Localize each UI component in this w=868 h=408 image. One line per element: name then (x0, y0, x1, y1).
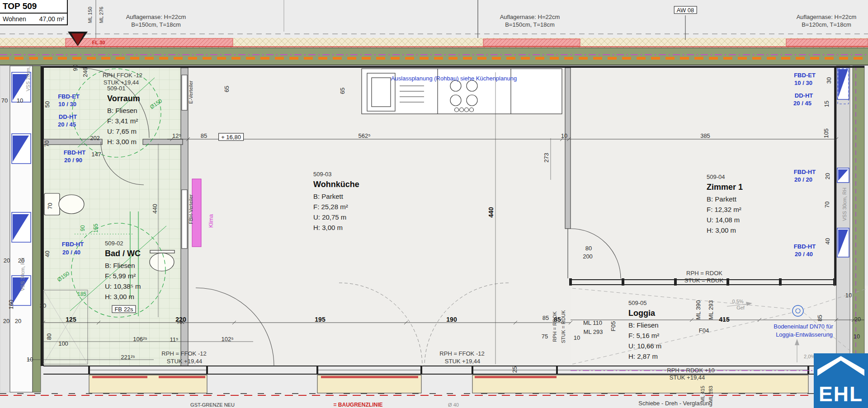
e-verteiler-box (182, 75, 187, 110)
room-area: F: 5,99 m² (105, 271, 141, 281)
room-label-wohnkueche: 509-03 Wohnküche B: Parkett F: 25,28 m² … (313, 171, 359, 233)
unit-area-value: 47,00 m² (39, 15, 64, 23)
toilet-icon (44, 193, 60, 215)
room-name: Zimmer 1 (707, 183, 743, 192)
room-label-zimmer1: 509-04 Zimmer 1 B: Parkett F: 12,32 m² U… (707, 174, 743, 235)
room-name: Loggia (628, 309, 661, 318)
room-label-loggia: 509-05 Loggia B: Fliesen F: 5,16 m² U: 1… (628, 300, 661, 361)
room-name: Vorraum (107, 94, 140, 103)
room-height: H: 3,00 m (707, 225, 743, 235)
room-area: F: 5,16 m² (628, 330, 661, 341)
kitchen-unit (362, 69, 562, 114)
room-floor: B: Fliesen (105, 260, 141, 271)
room-height: H: 3,00 m (313, 222, 359, 233)
room-number: 509-03 (313, 171, 359, 178)
room-height: H: 3,00 m (105, 291, 141, 302)
washbasin-icon (150, 253, 174, 271)
unit-title: TOP 509 (0, 0, 67, 14)
fbh-verteiler-box (182, 190, 187, 249)
room-number: 509-02 (105, 240, 141, 247)
klima-unit (192, 179, 201, 247)
room-height: H: 3,00 m (107, 136, 140, 147)
room-perimeter: U: 10,38⁵ m (105, 281, 141, 291)
room-height: H: 2,87 m (628, 351, 661, 361)
room-name: Bad / WC (105, 249, 141, 258)
room-label-vorraum: 509-01 Vorraum B: Fliesen F: 3,41 m² U: … (107, 85, 140, 147)
left-wall (0, 66, 44, 392)
room-perimeter: U: 14,08 m (707, 215, 743, 225)
room-floor: B: Parkett (707, 194, 743, 204)
right-wall (834, 66, 864, 392)
room-area: F: 3,41 m² (107, 116, 140, 126)
floorplan-page: ML 150ML 276Auflagernase: H=22cmB=150cm,… (0, 0, 868, 408)
room-area: F: 12,32 m² (707, 204, 743, 215)
ehl-roof-icon (814, 356, 868, 380)
room-floor: B: Fliesen (628, 320, 661, 330)
room-floor: B: Fliesen (107, 105, 140, 116)
room-number: 509-04 (707, 174, 743, 180)
room-perimeter: U: 20,75 m (313, 212, 359, 222)
unit-use-label: Wohnen (3, 15, 26, 23)
room-area: F: 25,28 m² (313, 202, 359, 212)
room-perimeter: U: 10,66 m (628, 341, 661, 351)
room-number: 509-01 (107, 85, 140, 92)
room-name: Wohnküche (313, 180, 359, 189)
ehl-logo-text: EHL (819, 384, 863, 408)
washbasin-icon (150, 250, 175, 253)
ehl-logo: EHL (814, 353, 868, 408)
room-number: 509-05 (628, 300, 661, 306)
title-block: TOP 509 Wohnen 47,00 m² (0, 0, 68, 25)
room-floor: B: Parkett (313, 191, 359, 202)
room-label-bad-wc: 509-02 Bad / WC B: Fliesen F: 5,99 m² U:… (105, 240, 141, 302)
toilet-icon (59, 195, 84, 214)
room-perimeter: U: 7,65 m (107, 126, 140, 136)
